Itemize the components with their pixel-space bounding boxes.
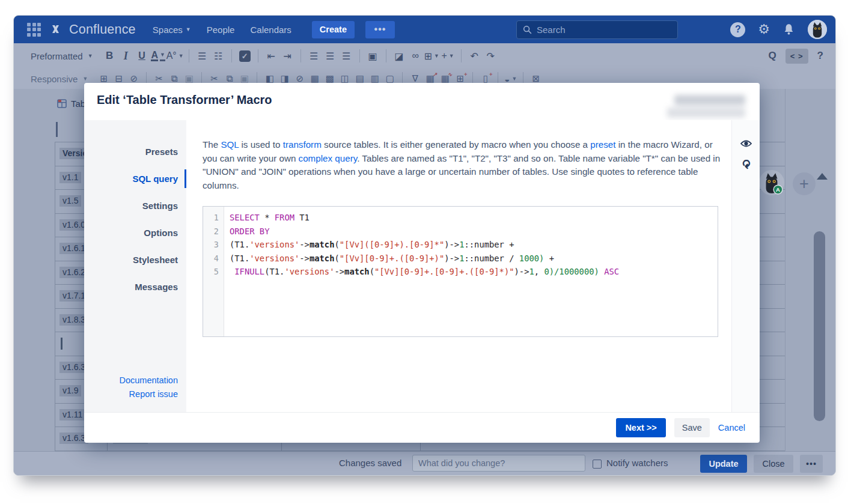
image-icon-glyph: ◪: [395, 50, 404, 62]
line-number: 3: [203, 238, 224, 252]
code-line: IFNULL(T1.'versions'->match("[Vv][0-9]+.…: [230, 265, 718, 279]
page-layout-icon[interactable]: ▣: [365, 48, 381, 64]
bold-icon[interactable]: B: [102, 48, 118, 64]
code-token: T1: [294, 213, 310, 222]
dialog-sidebar: PresetsSQL querySettingsOptionsStyleshee…: [84, 120, 186, 412]
dialog-tab-options[interactable]: Options: [84, 219, 186, 246]
find-replace-icon[interactable]: Q: [769, 50, 776, 62]
code-token: ->: [299, 254, 310, 263]
line-number: 2: [203, 225, 224, 238]
source-editor-toggle[interactable]: < >: [785, 49, 808, 64]
bottom-more-button[interactable]: •••: [800, 455, 823, 473]
more-formatting-icon-glyph: A°: [166, 50, 177, 61]
code-token: (T1.: [230, 240, 249, 249]
underline-icon[interactable]: U: [134, 48, 150, 64]
nav-calendars-label: Calendars: [250, 25, 291, 35]
cancel-button[interactable]: Cancel: [718, 423, 745, 433]
search-icon: [523, 25, 532, 34]
help-icon[interactable]: ?: [730, 22, 745, 37]
notify-watchers-label[interactable]: Notify watchers: [606, 458, 668, 468]
code-token: *: [260, 213, 275, 222]
dialog-tab-sql-query[interactable]: SQL query: [84, 165, 186, 192]
code-token: (: [334, 240, 339, 249]
toolbar-separator: [258, 49, 258, 62]
description-link[interactable]: preset: [590, 139, 615, 150]
task-list-icon[interactable]: ✓: [237, 48, 253, 64]
redacted-version-info: [667, 95, 745, 118]
notify-watchers-checkbox[interactable]: [593, 460, 602, 469]
documentation-link[interactable]: Documentation: [119, 374, 178, 387]
svg-text:A: A: [776, 186, 780, 193]
code-token: "[Vv][0-9]+.([0-9]+)": [340, 254, 444, 263]
redo-icon[interactable]: ↷: [483, 48, 499, 64]
align-left-icon[interactable]: ☰: [306, 48, 322, 64]
confluence-logo[interactable]: Confluence: [52, 22, 136, 37]
code-token: )->: [444, 240, 459, 249]
version-cell: v1.1: [59, 172, 81, 183]
global-search[interactable]: Search: [516, 20, 678, 39]
next-button[interactable]: Next >>: [616, 418, 665, 437]
create-button[interactable]: Create: [312, 21, 355, 38]
user-avatar[interactable]: [808, 20, 827, 39]
bullet-list-icon[interactable]: ☰: [194, 48, 210, 64]
code-token: ->: [299, 240, 310, 249]
dialog-tab-settings[interactable]: Settings: [84, 192, 186, 219]
undo-icon[interactable]: ↶: [466, 48, 483, 64]
description-link[interactable]: SQL: [221, 139, 239, 150]
description-link[interactable]: transform: [283, 139, 322, 150]
editor-toolbar: Preformatted ▼ BIUA▼A°▼☰☷✓⇤⇥☰☰☰▣◪∞⊞▼+▼↶↷: [14, 43, 835, 68]
nav-spaces[interactable]: Spaces▼: [153, 25, 191, 35]
italic-icon[interactable]: I: [118, 48, 134, 64]
change-comment-input[interactable]: [412, 455, 585, 472]
text-color-icon-glyph: A: [151, 50, 158, 61]
code-token: +: [544, 254, 554, 263]
align-right-icon[interactable]: ☰: [338, 48, 355, 64]
page-byline-avatar[interactable]: A: [759, 170, 784, 195]
preview-eye-icon[interactable]: [732, 139, 760, 148]
link-icon[interactable]: ∞: [407, 48, 424, 64]
numbered-list-icon[interactable]: ☷: [210, 48, 227, 64]
gear-icon[interactable]: ⚙: [758, 23, 770, 36]
code-token: [599, 267, 604, 276]
image-icon[interactable]: ◪: [391, 48, 407, 64]
nav-more-button[interactable]: •••: [365, 21, 395, 38]
table-icon[interactable]: ⊞▼: [424, 48, 440, 64]
nav-people[interactable]: People: [207, 25, 235, 35]
scrollbar-thumb[interactable]: [814, 231, 825, 421]
code-token: 'versions': [249, 240, 299, 249]
sql-code-editor[interactable]: 12345 SELECT * FROM T1ORDER BY(T1.'versi…: [203, 206, 718, 337]
refresh-icon[interactable]: ⟳: [739, 151, 753, 178]
chevron-down-icon: ▼: [434, 53, 439, 59]
editor-help-icon[interactable]: ?: [817, 50, 823, 62]
update-button[interactable]: Update: [700, 455, 747, 473]
align-center-icon[interactable]: ☰: [322, 48, 338, 64]
add-content-button[interactable]: +: [793, 172, 816, 195]
app-switcher-icon[interactable]: [27, 23, 41, 37]
code-lines[interactable]: SELECT * FROM T1ORDER BY(T1.'versions'->…: [224, 207, 718, 336]
description-link[interactable]: complex query: [299, 153, 358, 163]
chevron-down-icon: ▼: [511, 76, 517, 82]
code-token: ::number +: [464, 240, 514, 249]
italic-icon-glyph: I: [124, 50, 128, 62]
insert-icon[interactable]: +▼: [440, 48, 456, 64]
indent-icon-glyph: ⇥: [283, 50, 291, 62]
report-issue-link[interactable]: Report issue: [119, 387, 178, 401]
dialog-tab-presets[interactable]: Presets: [84, 138, 186, 165]
scrollbar-up-arrow[interactable]: [817, 173, 828, 180]
save-button[interactable]: Save: [674, 418, 710, 437]
outdent-icon[interactable]: ⇤: [263, 48, 279, 64]
more-formatting-icon[interactable]: A°▼: [166, 48, 184, 64]
table-mode-select[interactable]: Responsive ▼: [31, 74, 88, 84]
text-color-icon[interactable]: A▼: [150, 48, 166, 64]
dialog-tab-messages[interactable]: Messages: [84, 273, 186, 300]
bold-icon-glyph: B: [106, 50, 113, 62]
paragraph-style-value: Preformatted: [31, 51, 83, 61]
bell-icon[interactable]: [782, 23, 795, 36]
close-button[interactable]: Close: [754, 455, 793, 473]
paragraph-style-select[interactable]: Preformatted ▼: [31, 51, 93, 61]
nav-calendars[interactable]: Calendars: [250, 25, 291, 35]
indent-icon[interactable]: ⇥: [279, 48, 296, 64]
save-status-text: Changes saved: [339, 458, 401, 468]
dialog-tab-stylesheet[interactable]: Stylesheet: [84, 246, 186, 273]
underline-icon-glyph: U: [138, 50, 145, 61]
